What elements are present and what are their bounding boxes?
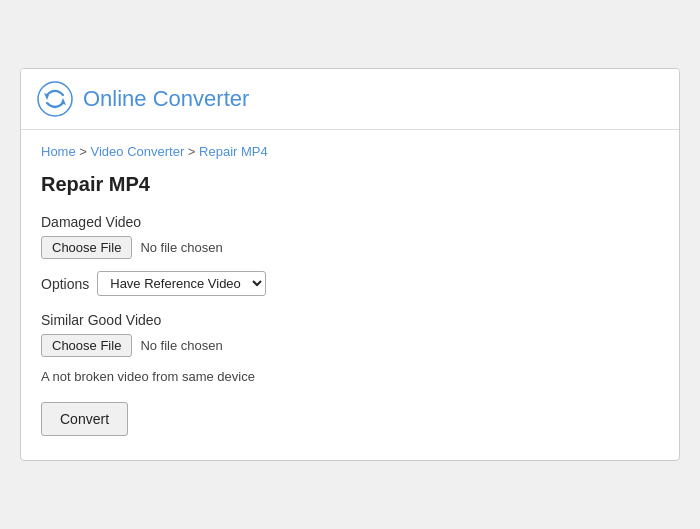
options-label: Options	[41, 276, 89, 292]
similar-video-no-file-text: No file chosen	[140, 338, 222, 353]
breadcrumb: Home > Video Converter > Repair MP4	[41, 144, 659, 159]
damaged-video-choose-file-button[interactable]: Choose File	[41, 236, 132, 259]
logo-text: Online Converter	[83, 86, 249, 112]
options-select[interactable]: Have Reference Video No Reference Video	[97, 271, 266, 296]
damaged-video-file-row: Choose File No file chosen	[41, 236, 659, 259]
similar-video-label: Similar Good Video	[41, 312, 659, 328]
breadcrumb-home[interactable]: Home	[41, 144, 76, 159]
header: Online Converter	[21, 69, 679, 130]
content-area: Home > Video Converter > Repair MP4 Repa…	[21, 130, 679, 460]
similar-video-file-row: Choose File No file chosen	[41, 334, 659, 357]
similar-video-choose-file-button[interactable]: Choose File	[41, 334, 132, 357]
breadcrumb-sep2: >	[184, 144, 199, 159]
breadcrumb-video-converter[interactable]: Video Converter	[91, 144, 185, 159]
similar-video-section: Similar Good Video Choose File No file c…	[41, 312, 659, 384]
convert-button[interactable]: Convert	[41, 402, 128, 436]
damaged-video-label: Damaged Video	[41, 214, 659, 230]
breadcrumb-current[interactable]: Repair MP4	[199, 144, 268, 159]
options-row: Options Have Reference Video No Referenc…	[41, 271, 659, 296]
similar-video-hint: A not broken video from same device	[41, 369, 659, 384]
main-window: Online Converter Home > Video Converter …	[20, 68, 680, 461]
page-title: Repair MP4	[41, 173, 659, 196]
damaged-video-no-file-text: No file chosen	[140, 240, 222, 255]
logo-icon	[37, 81, 73, 117]
breadcrumb-sep1: >	[76, 144, 91, 159]
svg-point-0	[38, 82, 72, 116]
